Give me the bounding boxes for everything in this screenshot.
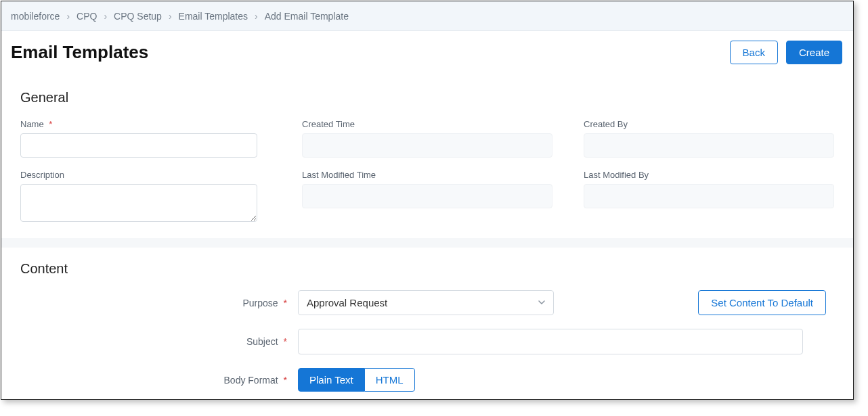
subject-input[interactable] (298, 329, 803, 354)
body-format-html[interactable]: HTML (365, 368, 415, 392)
chevron-right-icon: › (66, 11, 70, 22)
last-modified-time-value (302, 184, 552, 208)
breadcrumb-item-mobileforce[interactable]: mobileforce (11, 11, 60, 22)
created-time-field-group: Created Time (302, 119, 552, 158)
content-scroll-area[interactable]: General Name * Created Time Created By (1, 76, 853, 400)
content-section: Content Purpose * Approval Request Set C… (1, 248, 853, 400)
required-marker: * (284, 336, 287, 347)
last-modified-time-field-group: Last Modified Time (302, 170, 552, 222)
name-label: Name * (20, 119, 271, 129)
name-label-text: Name (20, 119, 44, 129)
created-by-label: Created By (584, 119, 834, 129)
name-input[interactable] (20, 133, 257, 158)
created-by-value (584, 133, 834, 158)
chevron-right-icon: › (169, 11, 172, 22)
body-format-toggle: Plain Text HTML (298, 368, 415, 392)
header-bar: Email Templates Back Create (1, 31, 853, 76)
last-modified-by-value (584, 184, 834, 208)
back-button[interactable]: Back (730, 41, 778, 64)
breadcrumb-item-cpq-setup[interactable]: CPQ Setup (114, 11, 162, 22)
purpose-select[interactable]: Approval Request (298, 290, 554, 315)
set-content-default-button[interactable]: Set Content To Default (698, 290, 826, 315)
subject-label: Subject * (20, 336, 298, 347)
page-title: Email Templates (11, 42, 148, 63)
content-section-title: Content (20, 261, 834, 277)
header-actions: Back Create (730, 41, 842, 64)
last-modified-by-field-group: Last Modified By (584, 170, 834, 222)
chevron-right-icon: › (104, 11, 107, 22)
created-by-field-group: Created By (584, 119, 834, 158)
breadcrumb-item-add-email-template[interactable]: Add Email Template (265, 11, 349, 22)
name-field-group: Name * (20, 119, 271, 158)
purpose-label: Purpose * (20, 298, 298, 308)
last-modified-time-label: Last Modified Time (302, 170, 552, 180)
body-format-field-col: Plain Text HTML (298, 368, 834, 392)
required-marker: * (284, 375, 287, 386)
created-time-label: Created Time (302, 119, 552, 129)
required-marker: * (284, 298, 287, 308)
description-field-group: Description (20, 170, 271, 222)
purpose-label-text: Purpose (243, 298, 278, 308)
description-label: Description (20, 170, 271, 180)
subject-field-col (298, 329, 834, 354)
create-button[interactable]: Create (786, 41, 842, 64)
general-grid: Name * Created Time Created By Descripti… (20, 119, 834, 222)
general-section: General Name * Created Time Created By (1, 76, 853, 238)
breadcrumb: mobileforce › CPQ › CPQ Setup › Email Te… (1, 1, 853, 31)
required-marker: * (49, 119, 52, 129)
body-format-row: Body Format * Plain Text HTML (20, 368, 834, 392)
purpose-field-col: Approval Request Set Content To Default (298, 290, 834, 315)
body-format-label-text: Body Format (224, 375, 278, 386)
body-format-plain-text[interactable]: Plain Text (298, 368, 365, 392)
page-container: mobileforce › CPQ › CPQ Setup › Email Te… (1, 1, 854, 400)
set-default-wrap: Set Content To Default (698, 290, 826, 315)
created-time-value (302, 133, 552, 158)
breadcrumb-item-cpq[interactable]: CPQ (77, 11, 97, 22)
purpose-select-wrap: Approval Request (298, 290, 554, 315)
subject-label-text: Subject (246, 336, 278, 347)
subject-row: Subject * (20, 329, 834, 354)
chevron-right-icon: › (255, 11, 258, 22)
general-section-title: General (20, 90, 834, 106)
last-modified-by-label: Last Modified By (584, 170, 834, 180)
breadcrumb-item-email-templates[interactable]: Email Templates (179, 11, 248, 22)
purpose-row: Purpose * Approval Request Set Content T… (20, 290, 834, 315)
description-input[interactable] (20, 184, 257, 222)
body-format-label: Body Format * (20, 375, 298, 386)
